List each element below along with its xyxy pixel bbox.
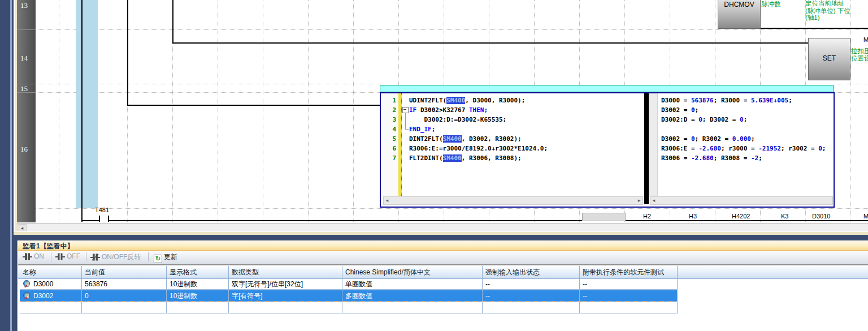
watch-title-bar[interactable]: 监看1【监看中】 [18, 240, 868, 251]
inline-st-title-bar[interactable] [380, 85, 834, 92]
cell-name[interactable] [20, 302, 82, 313]
column-header-test[interactable]: 附带执行条件的软元件测试 [580, 266, 678, 278]
app-left-margin [0, 0, 10, 331]
code-token: DINT2FLT( [409, 135, 443, 143]
code-token: ; [758, 154, 762, 162]
fold-marker-mid [405, 113, 406, 123]
cell-force[interactable]: -- [483, 290, 580, 302]
cell-test[interactable] [580, 302, 678, 313]
column-header-comment[interactable]: Chinese Simplified/简体中文 [342, 266, 483, 278]
st-code-line[interactable]: D3002:D:=D3002-K65535; [409, 116, 506, 123]
set-label: SET [809, 54, 850, 62]
code-token: UDINT2FLT( [409, 97, 446, 104]
rung-number: 13 [20, 1, 28, 10]
set-instruction-block[interactable]: SET [808, 38, 850, 80]
st-pane-divider[interactable] [644, 93, 649, 204]
watch-row-d3000[interactable]: D300056387610进制数双字[无符号]/位串[32位]单圈数值---- [18, 278, 868, 290]
cell-value[interactable] [82, 302, 167, 313]
off-button[interactable]: OFF [55, 252, 80, 263]
contact-off-icon [55, 253, 65, 260]
set-device-label: M [863, 36, 868, 43]
operand-label: D3010 [812, 213, 830, 220]
st-code-line[interactable]: R3006:E:=r3000/E8192.0+r3002*E1024.0; [409, 145, 548, 152]
ladder-hscrollbar[interactable]: ◂ [17, 223, 868, 232]
st-code-line[interactable]: FLT2DINT(SM400, R3006, R3008); [409, 154, 522, 162]
rung-row-16[interactable]: 16 [17, 92, 36, 222]
rung-number: 14 [20, 54, 28, 63]
watch-title-text: 监看1【监看中】 [23, 242, 74, 251]
code-token: 563876 [691, 97, 714, 104]
watch-row-d3002[interactable]: D3002010进制数字[有符号]多圈数值---- [18, 290, 868, 302]
fold-marker-open[interactable] [402, 107, 409, 113]
column-header-name[interactable]: 名称 [20, 266, 82, 278]
st-line-number: 1 [392, 97, 396, 104]
rung-row-14[interactable]: 14 [17, 29, 36, 84]
st-line-number: 2 [392, 106, 396, 114]
code-token: D3002 = [661, 106, 691, 114]
st-code-line[interactable]: UDINT2FLT(SM400, D3000, R3000); [409, 97, 525, 104]
scroll-left-icon[interactable]: ◂ [384, 197, 390, 204]
contact-bar-left [99, 216, 100, 222]
on-off-invert-button[interactable]: ON/OFF反转 [90, 252, 141, 263]
cell-name[interactable]: D3002 [20, 290, 82, 302]
cell-test[interactable]: -- [580, 278, 678, 290]
st-line-number: 7 [392, 154, 396, 162]
cell-test[interactable]: -- [580, 290, 678, 302]
on-button[interactable]: ON [23, 252, 44, 263]
code-token: IF [409, 106, 420, 114]
code-token: FLT2DINT( [409, 154, 443, 162]
cell-force[interactable] [483, 302, 580, 313]
st-code-line[interactable]: IF D3002>K32767 THEN; [409, 106, 488, 114]
dhcmov-instruction-block[interactable]: DHCMOV [718, 0, 761, 29]
rung-number-column: 13 14 15 16 [17, 0, 36, 222]
cell-force[interactable]: -- [483, 278, 580, 290]
code-token: ; r3002 = [781, 145, 818, 152]
cell-comment[interactable]: 多圈数值 [342, 290, 483, 302]
comment-position-address: 定位当前地址(脉冲单位) 下位(轴1) [805, 0, 852, 22]
refresh-button[interactable]: ↻更新 [154, 252, 177, 263]
cell-comment[interactable]: 单圈数值 [342, 278, 483, 290]
cell-type[interactable]: 双字[无符号]/位串[32位] [229, 278, 342, 290]
toolbar-separator [51, 252, 51, 261]
column-header-force[interactable]: 强制输入输出状态 [483, 266, 580, 278]
cell-format[interactable]: 10进制数 [167, 278, 229, 290]
inline-st-box: 1234567 UDINT2FLT(SM400, D3000, R3000);I… [380, 92, 835, 208]
refresh-icon: ↻ [154, 255, 162, 263]
column-header-value[interactable]: 当前值 [82, 266, 167, 278]
cell-value[interactable]: 0 [82, 290, 167, 302]
st-monitor-hscrollbar[interactable]: ◂ [650, 196, 833, 205]
cell-comment[interactable] [342, 302, 483, 313]
column-header-type[interactable]: 数据类型 [229, 266, 342, 278]
code-token: 0 [691, 106, 695, 114]
st-code-hscrollbar[interactable]: ◂ ▸ [383, 196, 643, 205]
scroll-left-icon[interactable]: ◂ [650, 197, 657, 204]
grid-line-h [36, 29, 868, 30]
st-code-line[interactable]: DINT2FLT(SM400, D3002, R3002); [409, 135, 522, 143]
code-token: END_IF; [409, 126, 435, 133]
code-token: ; [822, 145, 826, 152]
cell-type[interactable]: 字[有符号] [229, 290, 342, 302]
clipped-instruction-fragment [582, 213, 626, 221]
code-token: THEN; [469, 106, 488, 114]
code-token: D3000 = [661, 97, 691, 104]
cell-value[interactable]: 563876 [82, 278, 167, 290]
cell-format[interactable] [167, 302, 229, 313]
branch-wire-v1 [127, 0, 128, 106]
st-line-number-gutter: 1234567 [381, 93, 399, 196]
rung-row-13[interactable]: 13 [17, 0, 36, 30]
st-code-line[interactable]: END_IF; [409, 126, 435, 133]
code-token: 5.639E+005 [751, 97, 788, 104]
cell-type[interactable] [229, 302, 342, 313]
code-token: R3006:E:=r3000/E8192.0+r3002*E1024.0; [409, 145, 548, 152]
scroll-right-icon[interactable]: ▸ [636, 197, 643, 204]
rung-row-15[interactable]: 15 [17, 84, 36, 93]
st-monitor-line: R3006:E = -2.680; r3000 = -21952; r3002 … [661, 145, 826, 152]
code-token: D3002 = [661, 135, 691, 143]
code-token: ; [751, 135, 755, 143]
grid-line-v [308, 0, 309, 222]
cell-format[interactable]: 10进制数 [167, 290, 229, 302]
selected-device-token: SM400 [443, 135, 462, 143]
column-header-format[interactable]: 显示格式 [167, 266, 229, 278]
watch-row-empty[interactable] [18, 302, 868, 314]
cell-name[interactable]: D3000 [20, 278, 82, 290]
